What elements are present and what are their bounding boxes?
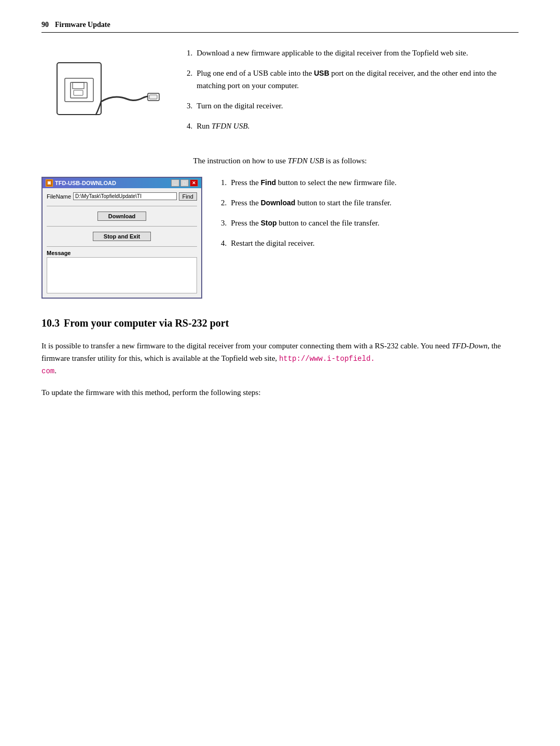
section-number: 10.3 bbox=[41, 317, 60, 329]
app-titlebar: ▣ TFD-USB-DOWNLOAD _ □ ✕ bbox=[43, 178, 201, 188]
svg-rect-6 bbox=[149, 95, 157, 99]
close-button[interactable]: ✕ bbox=[190, 179, 198, 187]
illustration-area bbox=[41, 47, 166, 140]
page-header: 90 Firmware Update bbox=[41, 21, 519, 33]
app-window: ▣ TFD-USB-DOWNLOAD _ □ ✕ FileName Find D… bbox=[41, 177, 202, 299]
message-label: Message bbox=[47, 250, 197, 256]
page-title: Firmware Update bbox=[55, 21, 110, 29]
app-title: TFD-USB-DOWNLOAD bbox=[55, 180, 116, 186]
stop-exit-btn-row: Stop and Exit bbox=[47, 230, 197, 243]
download-button[interactable]: Download bbox=[97, 212, 147, 221]
stop-exit-button[interactable]: Stop and Exit bbox=[93, 232, 151, 241]
app-body: FileName Find Download Stop and Exit Mes… bbox=[43, 188, 201, 298]
right-step-1: 1. Press the Find button to select the n… bbox=[221, 177, 519, 189]
top-steps-list: 1. Download a new firmware applicable to… bbox=[187, 47, 519, 132]
maximize-button[interactable]: □ bbox=[180, 179, 189, 187]
tfdn-usb-ref: TFDN USB bbox=[288, 157, 324, 165]
filename-input[interactable] bbox=[73, 192, 177, 200]
separator-1 bbox=[47, 206, 197, 206]
instruction-line: The instruction on how to use TFDN USB i… bbox=[41, 155, 519, 167]
find-button[interactable]: Find bbox=[179, 192, 197, 201]
step-1: 1. Download a new firmware applicable to… bbox=[187, 47, 519, 59]
download-btn-row: Download bbox=[47, 209, 197, 223]
filename-label: FileName bbox=[47, 193, 71, 200]
section-paragraph-1: It is possible to transfer a new firmwar… bbox=[41, 340, 519, 377]
tfd-down-italic: TFD-Down bbox=[452, 342, 487, 350]
section-title: From your computer via RS-232 port bbox=[64, 317, 229, 329]
right-step-4: 4. Restart the digital receiver. bbox=[221, 237, 519, 249]
section-heading: 10.3From your computer via RS-232 port bbox=[41, 317, 519, 329]
section-top: 1. Download a new firmware applicable to… bbox=[41, 47, 519, 140]
filename-row: FileName Find bbox=[47, 192, 197, 201]
tfdn-usb-italic: TFDN USB bbox=[212, 122, 248, 130]
right-steps: 1. Press the Find button to select the n… bbox=[221, 177, 519, 258]
device-illustration bbox=[47, 52, 161, 135]
titlebar-left: ▣ TFD-USB-DOWNLOAD bbox=[46, 179, 116, 187]
right-step-2: 2. Press the Download button to start th… bbox=[221, 197, 519, 209]
app-icon: ▣ bbox=[46, 179, 53, 187]
stop-bold: Stop bbox=[261, 219, 277, 227]
right-steps-list: 1. Press the Find button to select the n… bbox=[221, 177, 519, 250]
separator-3 bbox=[47, 246, 197, 247]
right-step-3: 3. Press the Stop button to cancel the f… bbox=[221, 217, 519, 229]
step-3: 3. Turn on the digital receiver. bbox=[187, 100, 519, 112]
top-steps-area: 1. Download a new firmware applicable to… bbox=[187, 47, 519, 140]
middle-section: ▣ TFD-USB-DOWNLOAD _ □ ✕ FileName Find D… bbox=[41, 177, 519, 299]
page-number: 90 bbox=[41, 21, 49, 29]
titlebar-controls[interactable]: _ □ ✕ bbox=[171, 179, 198, 187]
message-area bbox=[47, 257, 197, 293]
topfield-link[interactable]: http://www.i-topfield.com bbox=[41, 355, 375, 375]
step-2: 2. Plug one end of a USB cable into the … bbox=[187, 67, 519, 92]
download-bold: Download bbox=[261, 199, 296, 207]
section-paragraph-2: To update the firmware with this method,… bbox=[41, 386, 519, 399]
find-bold: Find bbox=[261, 178, 276, 187]
step-4: 4. Run TFDN USB. bbox=[187, 120, 519, 132]
usb-bold: USB bbox=[314, 69, 329, 77]
section-103: 10.3From your computer via RS-232 port I… bbox=[41, 317, 519, 399]
minimize-button[interactable]: _ bbox=[171, 179, 179, 187]
separator-2 bbox=[47, 226, 197, 227]
message-section: Message bbox=[47, 250, 197, 293]
